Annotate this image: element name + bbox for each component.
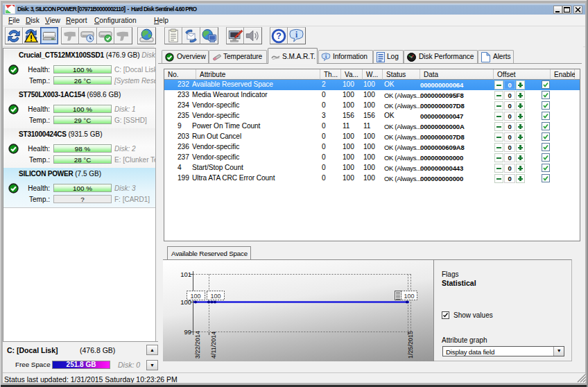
svg-text:3/22/2014: 3/22/2014 [194, 331, 201, 359]
svg-text:?: ? [276, 31, 282, 41]
svg-text:100: 100 [190, 293, 200, 300]
svg-text:101: 101 [180, 270, 191, 278]
svg-text:i: i [325, 53, 327, 60]
svg-text:4/11/2014: 4/11/2014 [210, 332, 217, 359]
svg-text:1/25/2015: 1/25/2015 [407, 331, 414, 359]
svg-text:100: 100 [210, 293, 220, 300]
svg-text:100: 100 [404, 293, 414, 300]
